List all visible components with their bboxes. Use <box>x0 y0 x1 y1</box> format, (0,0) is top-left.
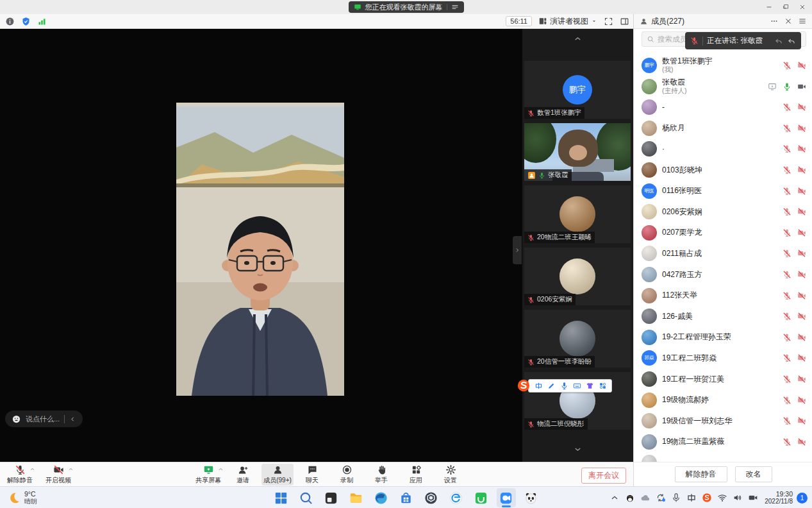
side-panel-button[interactable] <box>620 17 629 26</box>
control-button[interactable]: 举手 <box>365 464 397 486</box>
member-row[interactable]: 鹏宇 数管1班张鹏宇 (我) <box>634 55 812 76</box>
collapse-chat-icon[interactable] <box>69 416 76 423</box>
taskbar-app-button[interactable] <box>272 488 291 507</box>
more-options-icon[interactable] <box>770 17 779 26</box>
divider <box>447 4 447 10</box>
control-button[interactable]: 邀请 <box>227 464 259 486</box>
member-row[interactable]: 0103彭晓坤 <box>634 160 812 181</box>
ime-tool-icon[interactable] <box>586 382 594 390</box>
member-row[interactable]: 0207栗学龙 <box>634 223 812 244</box>
control-button[interactable]: 解除静音 <box>4 464 36 486</box>
member-row[interactable]: 明医 0116张明医 <box>634 180 812 201</box>
member-row[interactable] <box>634 452 812 462</box>
member-row[interactable]: · <box>634 139 812 160</box>
taskbar-app-button[interactable] <box>297 488 316 507</box>
member-row[interactable]: 0206安紫娴 <box>634 201 812 223</box>
meeting-app-window: 您正在观看张敬霞的屏幕 56:11 演讲者视图 <box>0 0 812 508</box>
close-button[interactable] <box>794 0 811 14</box>
member-role: (主持人) <box>662 87 763 94</box>
member-name-block: 112张天举 <box>662 291 777 300</box>
member-row[interactable]: 112张天举 <box>634 285 812 306</box>
ime-tool-icon[interactable] <box>599 382 607 390</box>
ime-tool-icon[interactable] <box>534 382 543 390</box>
member-row[interactable]: 19-2工程管理孙玉荣 <box>634 327 812 348</box>
panel-menu-icon[interactable] <box>798 17 807 26</box>
control-button[interactable]: 成员(99+) <box>261 464 294 486</box>
camera-status-icon <box>797 312 806 321</box>
view-mode-button[interactable]: 演讲者视图 <box>538 16 597 27</box>
taskbar-app-button[interactable] <box>372 488 391 507</box>
meeting-info-icon[interactable] <box>5 17 15 26</box>
participant-tile[interactable]: 0206安紫娴 <box>524 248 631 305</box>
quick-chat-bar[interactable]: 说点什么... <box>5 411 83 427</box>
filmstrip-scroll-up[interactable] <box>522 34 633 44</box>
fullscreen-button[interactable] <box>604 17 613 26</box>
member-row[interactable]: 0211籍占成 <box>634 243 812 264</box>
taskbar-app-button[interactable] <box>447 488 466 507</box>
close-panel-icon[interactable] <box>784 17 793 26</box>
control-button[interactable]: 应用 <box>400 464 432 486</box>
chat-placeholder[interactable]: 说点什么... <box>26 414 60 424</box>
rename-button[interactable]: 改名 <box>735 466 772 482</box>
taskbar-app-button[interactable] <box>322 488 341 507</box>
taskbar-clock[interactable]: 19:30 2022/11/8 <box>765 490 793 505</box>
chevron-up-icon[interactable] <box>218 466 224 472</box>
tray-icon[interactable] <box>702 493 712 503</box>
camera-status-icon <box>797 416 806 425</box>
ime-tool-icon[interactable] <box>560 382 568 390</box>
participant-tile[interactable]: 20信管一班李盼盼 <box>524 310 631 368</box>
sogou-logo-icon[interactable] <box>517 378 531 393</box>
banner-menu-icon[interactable] <box>451 3 459 11</box>
participant-tile[interactable]: 20物流二班王颖晞 <box>524 185 631 243</box>
participant-tile[interactable]: 鹏宇 数管1班张鹏宇 <box>524 61 631 119</box>
member-row[interactable]: 126-戚美 <box>634 306 812 327</box>
control-button[interactable]: 设置 <box>435 464 467 486</box>
security-shield-icon[interactable] <box>21 17 31 26</box>
participant-tile[interactable]: 张敬霞 <box>524 123 631 181</box>
taskbar-app-button[interactable] <box>347 488 366 507</box>
weather-widget[interactable]: 9°C 晴朗 <box>8 487 37 508</box>
ime-tool-icon[interactable] <box>547 382 556 390</box>
tray-icon[interactable] <box>656 493 666 503</box>
view-mode-label: 演讲者视图 <box>550 16 588 27</box>
tray-icon[interactable] <box>748 493 758 503</box>
member-row[interactable]: 郭焱 19工程二班郭焱 <box>634 348 812 369</box>
member-row[interactable]: 19级物流郝婷 <box>634 389 812 411</box>
control-button[interactable]: 开启视频 <box>42 464 74 486</box>
camera-status-icon <box>797 333 806 342</box>
filmstrip-collapse-handle[interactable] <box>513 236 522 264</box>
network-signal-icon[interactable] <box>37 17 47 26</box>
leave-meeting-button[interactable]: 离开会议 <box>581 468 626 484</box>
taskbar-app-button[interactable] <box>522 488 541 507</box>
member-row[interactable]: 张敬霞 (主持人) <box>634 76 812 97</box>
emoji-icon[interactable] <box>12 414 21 424</box>
notification-count-badge[interactable]: 1 <box>797 493 808 504</box>
tray-icon[interactable] <box>640 493 650 503</box>
tray-icon[interactable] <box>686 493 697 503</box>
member-row[interactable]: 19物流二班盖紫薇 <box>634 432 812 453</box>
taskbar-app-button[interactable] <box>497 488 516 507</box>
tray-icon[interactable] <box>625 493 635 503</box>
minimize-button[interactable] <box>761 0 777 14</box>
chevron-up-icon[interactable] <box>68 466 74 472</box>
ime-tool-icon[interactable] <box>573 382 581 390</box>
control-button[interactable]: 共享屏幕 <box>192 464 224 486</box>
tray-icon[interactable] <box>609 493 620 503</box>
unmute-all-button[interactable]: 解除静音 <box>675 466 727 482</box>
member-row[interactable]: 0427路玉方 <box>634 264 812 285</box>
tray-icon[interactable] <box>671 493 681 503</box>
taskbar-app-button[interactable] <box>472 488 491 507</box>
chevron-up-icon[interactable] <box>29 466 35 472</box>
member-row[interactable]: 杨欣月 <box>634 118 812 139</box>
member-row[interactable]: - <box>634 97 812 118</box>
taskbar-app-button[interactable] <box>397 488 416 507</box>
maximize-button[interactable] <box>777 0 794 14</box>
tray-icon[interactable] <box>733 493 743 503</box>
taskbar-app-button[interactable] <box>422 488 441 507</box>
control-button[interactable]: 录制 <box>331 464 363 486</box>
member-row[interactable]: 19工程一班贺江美 <box>634 369 812 390</box>
tray-icon[interactable] <box>717 493 727 503</box>
member-row[interactable]: 19级信管一班刘志华 <box>634 411 812 432</box>
filmstrip-scroll-down[interactable] <box>522 444 633 454</box>
control-button[interactable]: 聊天 <box>296 464 328 486</box>
